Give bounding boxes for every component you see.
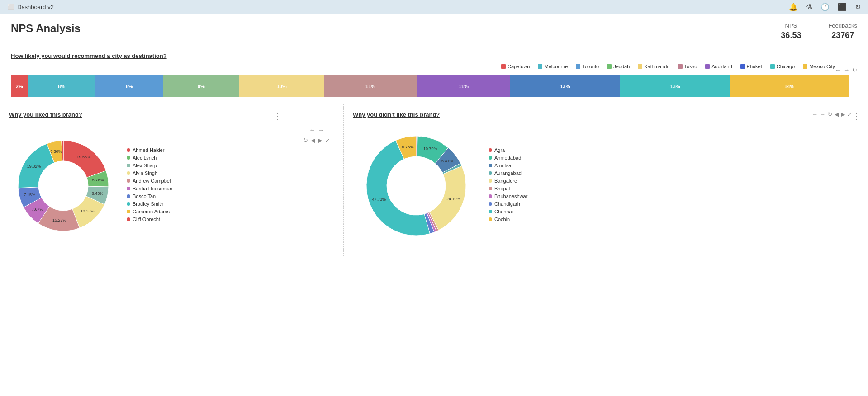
svg-text:6.41%: 6.41%: [441, 159, 453, 163]
nav-next-icon[interactable]: →: [318, 127, 324, 133]
export-icon[interactable]: ⬛: [838, 3, 847, 11]
liked-legend-item: Bradley Smith: [127, 201, 280, 207]
nps-label: NPS: [781, 22, 801, 29]
header-icons: 🔔 ⚗ 🕐 ⬛ ↻: [789, 3, 861, 11]
disliked-nav-next[interactable]: →: [820, 111, 825, 118]
disliked-legend-item: Cochin: [489, 217, 859, 222]
legend-item-tokyo: Tokyo: [678, 64, 697, 69]
segment-10%: 10%: [239, 75, 324, 97]
disliked-donut-container: 10.70%6.41%24.10%47.73%6.73%: [353, 123, 479, 249]
clock-icon[interactable]: 🕐: [821, 3, 830, 11]
liked-menu-icon[interactable]: ⋮: [274, 111, 282, 121]
nav-prev-icon[interactable]: ←: [309, 127, 315, 133]
disliked-legend-item: Ahmedabad: [489, 155, 859, 160]
middle-nav: ← → ↻ ◀ ▶ ⤢: [289, 104, 344, 256]
segment-11%: 11%: [324, 75, 417, 97]
nav-play-icon[interactable]: ◀: [311, 137, 315, 144]
liked-legend-item: Bardia Houseman: [127, 186, 280, 191]
liked-donut-svg: 19.58%5.76%6.45%12.35%15.27%7.67%7.15%19…: [9, 123, 118, 249]
bottom-sections: Why you liked this brand? ⋮ 19.58%5.76%6…: [0, 104, 868, 256]
svg-text:12.35%: 12.35%: [81, 209, 95, 213]
svg-text:5.30%: 5.30%: [50, 149, 62, 154]
segment-13%: 13%: [510, 75, 620, 97]
bar-legend: CapetownMelbourneTorontoJeddahKathmanduT…: [501, 64, 835, 69]
disliked-title: Why you didn't like this brand?: [353, 111, 859, 118]
segment-13%: 13%: [620, 75, 730, 97]
disliked-nav: ← → ↻ ◀ ▶ ⤢: [812, 111, 852, 118]
legend-item-mexico-city: Mexico City: [803, 64, 835, 69]
disliked-legend-item: Bhopal: [489, 186, 859, 191]
disliked-legend-item: Chennai: [489, 209, 859, 214]
segment-2%: 2%: [11, 75, 28, 97]
liked-panel: Why you liked this brand? ⋮ 19.58%5.76%6…: [0, 104, 289, 256]
disliked-legend-item: Bangalore: [489, 178, 859, 184]
legend-item-auckland: Auckland: [705, 64, 732, 69]
legend-item-chicago: Chicago: [770, 64, 795, 69]
svg-text:6.73%: 6.73%: [402, 145, 414, 149]
svg-text:7.67%: 7.67%: [32, 207, 43, 212]
svg-text:15.27%: 15.27%: [52, 218, 66, 222]
liked-donut-area: 19.58%5.76%6.45%12.35%15.27%7.67%7.15%19…: [9, 123, 280, 249]
bar-nav-refresh[interactable]: ↻: [852, 66, 857, 73]
nav-refresh-icon[interactable]: ↻: [303, 137, 308, 144]
filter-icon[interactable]: ⚗: [806, 3, 812, 11]
segment-14%: 14%: [730, 75, 849, 97]
legend-item-melbourne: Melbourne: [538, 64, 568, 69]
bar-nav-next[interactable]: →: [844, 66, 849, 73]
nav-skip-icon[interactable]: ▶: [318, 137, 323, 144]
liked-legend-item: Bosco Tan: [127, 193, 280, 199]
nav-expand-icon[interactable]: ⤢: [325, 137, 330, 144]
disliked-panel: Why you didn't like this brand? ⋮ ← → ↻ …: [344, 104, 868, 256]
disliked-legend-item: Amritsar: [489, 163, 859, 168]
disliked-nav-back[interactable]: ◀: [835, 111, 839, 118]
segment-8%: 8%: [28, 75, 95, 97]
liked-legend: Ahmed HaiderAlec LynchAlex SharpAlvin Si…: [127, 147, 280, 224]
disliked-nav-prev[interactable]: ←: [812, 111, 818, 118]
svg-text:7.15%: 7.15%: [24, 193, 36, 197]
disliked-nav-fwd[interactable]: ▶: [841, 111, 845, 118]
svg-text:24.10%: 24.10%: [446, 197, 460, 201]
bar-section: How likely you would recommend a city as…: [0, 46, 868, 104]
liked-legend-item: Alex Sharp: [127, 163, 280, 168]
feedbacks-label: Feedbacks: [828, 22, 857, 29]
nps-metric: NPS 36.53: [781, 22, 801, 40]
bar-nav-prev[interactable]: ←: [835, 66, 841, 73]
dashboard-icon: ⬜: [7, 4, 14, 10]
liked-donut-container: 19.58%5.76%6.45%12.35%15.27%7.67%7.15%19…: [9, 123, 118, 249]
svg-text:19.82%: 19.82%: [27, 164, 41, 169]
svg-text:5.76%: 5.76%: [92, 178, 104, 182]
disliked-nav-refresh[interactable]: ↻: [828, 111, 832, 118]
header-title: ⬜ Dashboard v2: [7, 4, 54, 10]
liked-title: Why you liked this brand?: [9, 111, 280, 118]
refresh-icon[interactable]: ↻: [855, 3, 861, 11]
disliked-legend-item: Chandigarh: [489, 201, 859, 207]
liked-legend-item: Andrew Campbell: [127, 178, 280, 184]
svg-text:19.58%: 19.58%: [76, 155, 90, 159]
disliked-legend-item: Aurangabad: [489, 170, 859, 176]
feedbacks-metric: Feedbacks 23767: [828, 22, 857, 40]
disliked-legend-item: Agra: [489, 147, 859, 153]
disliked-donut-area: 10.70%6.41%24.10%47.73%6.73% AgraAhmedab…: [353, 123, 859, 249]
header-title-text: Dashboard v2: [17, 4, 54, 10]
segment-11%: 11%: [417, 75, 510, 97]
disliked-menu-icon[interactable]: ⋮: [853, 111, 861, 121]
disliked-nav-expand[interactable]: ⤢: [847, 111, 852, 118]
metrics-area: NPS 36.53 Feedbacks 23767: [781, 22, 857, 40]
legend-item-phuket: Phuket: [740, 64, 762, 69]
bar-section-title: How likely you would recommend a city as…: [11, 52, 857, 59]
liked-legend-item: Ahmed Haider: [127, 147, 280, 153]
segment-9%: 9%: [163, 75, 239, 97]
legend-item-kathmandu: Kathmandu: [638, 64, 669, 69]
header: ⬜ Dashboard v2 🔔 ⚗ 🕐 ⬛ ↻: [0, 0, 868, 14]
bell-icon[interactable]: 🔔: [789, 3, 798, 11]
disliked-legend-item: Bhubaneshwar: [489, 193, 859, 199]
legend-item-toronto: Toronto: [576, 64, 599, 69]
stacked-bar: 2%8%8%9%10%11%11%13%13%14%: [11, 75, 857, 97]
disliked-legend: AgraAhmedabadAmritsarAurangabadBangalore…: [489, 147, 859, 224]
nps-value: 36.53: [781, 31, 801, 40]
nav-row-2: ↻ ◀ ▶ ⤢: [303, 137, 330, 144]
svg-text:10.70%: 10.70%: [423, 146, 437, 151]
liked-legend-item: Alvin Singh: [127, 170, 280, 176]
svg-text:6.45%: 6.45%: [92, 191, 104, 196]
liked-legend-item: Cliff Obrecht: [127, 217, 280, 222]
